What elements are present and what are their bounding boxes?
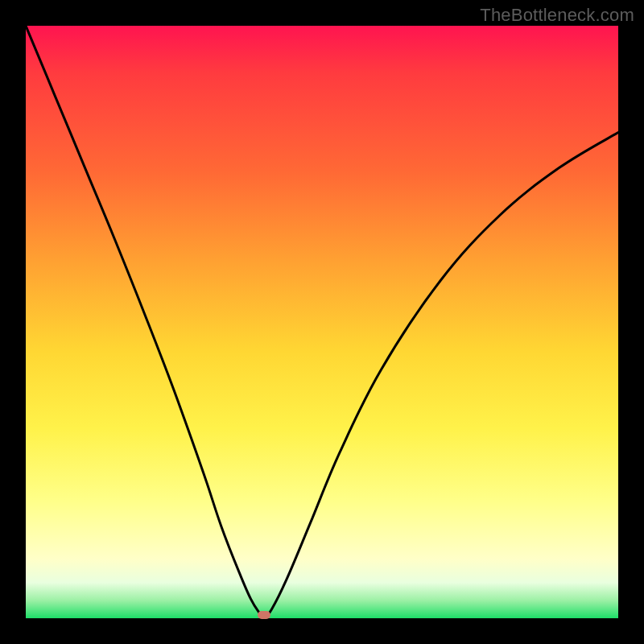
attribution-watermark: TheBottleneck.com — [480, 5, 634, 26]
outer-frame: TheBottleneck.com — [0, 0, 644, 644]
optimum-marker — [258, 611, 270, 619]
plot-area — [26, 26, 618, 618]
bottleneck-curve — [26, 26, 618, 618]
